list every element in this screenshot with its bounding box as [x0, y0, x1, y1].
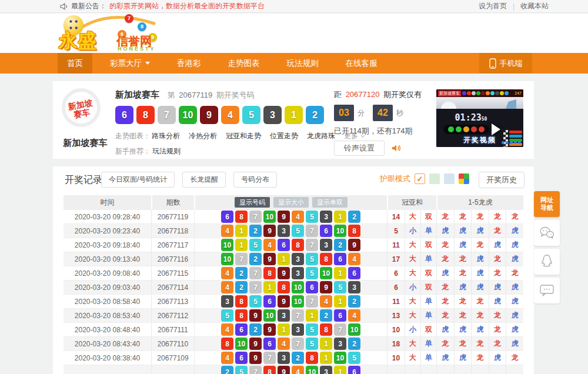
cell-time: 2020-03-20 08:43:40 — [64, 337, 151, 350]
cell-size: 大 — [405, 309, 420, 322]
cell-time: 2020-03-20 08:48:40 — [64, 323, 151, 336]
trend-link[interactable]: 冷热分析 — [189, 131, 217, 141]
trend-link[interactable]: 龙虎路珠 — [307, 131, 335, 141]
nav-item[interactable]: 彩票大厅 — [101, 53, 159, 74]
wechat-contact[interactable] — [534, 220, 560, 246]
cell-dragon-tiger: 虎 — [506, 224, 523, 238]
cell-dragon-tiger: 龙 — [454, 252, 472, 266]
lottery-ball: 2 — [249, 323, 262, 336]
ring-settings-button[interactable]: 铃声设置 — [334, 141, 385, 156]
nav-item[interactable]: 玩法规则 — [278, 53, 328, 74]
logo-main-text: 永盛 — [59, 28, 96, 54]
cell-dragon-tiger: 虎 — [506, 309, 523, 322]
lottery-ball: 6 — [306, 281, 318, 293]
history-button[interactable]: 开奖历史 — [479, 172, 524, 188]
table-row: 2020-03-20 09:13:40206771161072913586417… — [64, 252, 523, 266]
lottery-ball: 7 — [158, 106, 176, 124]
announcement: 最新公告： 的彩票开奖网站，数据分析最全面的开奖数据平台 — [60, 0, 265, 12]
lottery-ball: 7 — [249, 267, 262, 279]
rules-link[interactable]: 玩法规则 — [152, 147, 181, 155]
eye-mode-multicolor[interactable] — [459, 173, 469, 184]
lottery-ball: 10 — [292, 295, 304, 308]
favorite-link[interactable]: 收藏本站 — [520, 1, 549, 11]
cell-dragon-tiger: 龙 — [471, 337, 489, 350]
lottery-ball: 1 — [320, 338, 332, 350]
video-scene-sky — [436, 97, 523, 109]
color-quadrant — [459, 173, 464, 179]
cell-dragon-tiger: 虎 — [454, 323, 472, 336]
display-tab[interactable]: 显示单双 — [312, 197, 348, 208]
lottery-ball: 2 — [348, 338, 360, 350]
nav-item[interactable]: 首页 — [58, 53, 92, 74]
header-time: 时间 — [64, 195, 151, 209]
draw-video-player[interactable]: 新加坡赛车 247 01:2350 开奖视频 — [436, 89, 523, 147]
lottery-ball: 7 — [249, 366, 262, 374]
draw-issue-number: 20677119 — [179, 91, 212, 99]
cell-dragon-tiger: 虎 — [471, 280, 489, 294]
lottery-ball: 5 — [249, 295, 262, 308]
trend-link[interactable]: 冠亚和走势 — [226, 131, 261, 141]
lottery-ball: 3 — [263, 106, 282, 124]
mobile-entry[interactable]: 手机端 — [479, 53, 532, 74]
traffic-light — [463, 126, 469, 132]
cell-sum: 6 — [387, 280, 405, 294]
nav-item[interactable]: 在线客服 — [336, 53, 387, 74]
lottery-ball: 10 — [221, 239, 233, 251]
lottery-ball: 1 — [263, 281, 276, 293]
announcement-label: 最新公告： — [71, 1, 106, 11]
play-icon[interactable] — [492, 123, 500, 135]
lottery-ball: 8 — [235, 309, 248, 322]
cell-parity: 双 — [420, 323, 436, 336]
video-ball-dot — [467, 91, 471, 95]
cell-dragon-tiger: 虎 — [506, 337, 523, 350]
cell-sum: 14 — [387, 210, 405, 223]
set-home-link[interactable]: 设为首页 — [479, 1, 507, 11]
trend-link[interactable]: 路珠分析 — [152, 131, 180, 141]
display-tab[interactable]: 显示号码 — [235, 197, 270, 208]
seconds-label: 秒 — [396, 108, 403, 118]
qq-contact[interactable] — [534, 249, 560, 275]
cell-dragon-tiger: 龙 — [436, 309, 454, 322]
draw-game-name: 新加坡赛车 — [115, 89, 159, 99]
eye-mode-swatch[interactable] — [429, 173, 440, 184]
nav-item[interactable]: 走势图表 — [219, 53, 269, 74]
lottery-ball: 6 — [235, 352, 248, 364]
cell-time: 2020-03-20 09:18:40 — [64, 238, 151, 252]
cell-parity: 双 — [420, 210, 436, 223]
site-logo[interactable]: ★ ★★ ★ 7 8 6 9 永盛 信誉网 HONESTY — [59, 14, 168, 52]
lottery-ball: 1 — [285, 106, 303, 124]
cell-dragon-tiger: 龙 — [471, 351, 489, 365]
nav-item[interactable]: 香港彩 — [168, 53, 211, 74]
sound-on-icon[interactable] — [392, 144, 401, 152]
logo-english-text: HONESTY — [118, 46, 156, 52]
header-dragon-tiger: 1-5龙虎 — [436, 195, 523, 209]
cell-dragon-tiger: 虎 — [506, 295, 523, 308]
cell-dragon-tiger: 虎 — [436, 224, 454, 238]
records-filter-button[interactable]: 今日双面/号码统计 — [101, 172, 175, 188]
cell-time: 2020-03-20 09:28:40 — [64, 210, 151, 223]
trend-link[interactable]: 位置走势 — [270, 131, 298, 141]
cell-dragon-tiger: 龙 — [489, 210, 506, 223]
records-filter-button[interactable]: 号码分布 — [233, 172, 277, 188]
game-badge: 新加坡赛车 — [62, 88, 101, 127]
lottery-ball: 8 — [235, 295, 248, 308]
countdown-title: 距 20677120 期开奖仅有 — [334, 89, 437, 100]
footer-dot — [518, 141, 521, 144]
message-contact[interactable] — [534, 278, 560, 303]
lottery-ball: 5 — [306, 323, 318, 336]
lottery-ball: 10 — [334, 225, 346, 237]
video-footer-dots — [502, 141, 521, 144]
cell-parity: 单 — [420, 252, 436, 266]
cell-parity — [420, 365, 436, 374]
site-nav-shortcut[interactable]: 网址导航 — [534, 191, 560, 217]
eye-mode-checkbox[interactable]: ✓ — [415, 173, 425, 184]
lottery-ball: 8 — [263, 366, 276, 374]
records-filter-button[interactable]: 长龙提醒 — [182, 172, 226, 188]
traffic-light — [471, 126, 477, 132]
display-tab[interactable]: 显示大小 — [273, 197, 309, 208]
cell-dragon-tiger: 虎 — [506, 280, 523, 294]
eye-mode-swatch[interactable] — [444, 173, 455, 184]
records-panel: 开奖记录 今日双面/号码统计长龙提醒号码分布 护眼模式 ✓ 开奖历史 时间 期数… — [53, 166, 534, 374]
lottery-ball: 9 — [278, 267, 290, 279]
lottery-ball: 8 — [136, 106, 155, 124]
